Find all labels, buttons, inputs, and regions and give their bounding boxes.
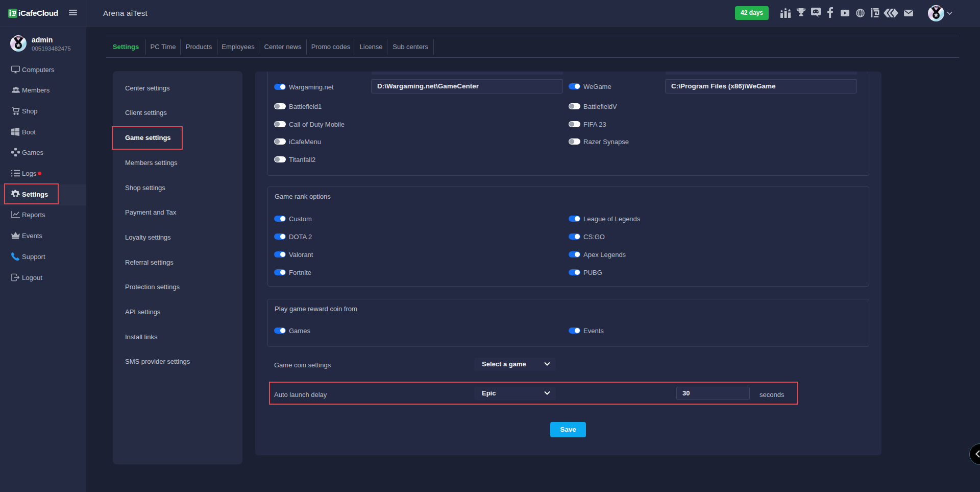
svg-text:PLATINUM: PLATINUM xyxy=(930,6,942,9)
svg-text:PLATINUM: PLATINUM xyxy=(12,36,24,39)
